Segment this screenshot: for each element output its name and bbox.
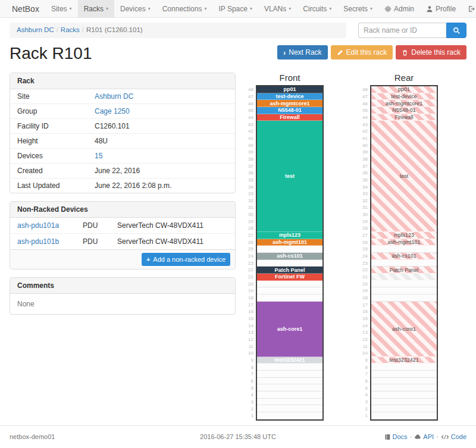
rack-unit-device[interactable]: N5548-01 [257,107,322,114]
unit-number-label: 26 [361,239,370,246]
device-link[interactable]: ash-pdu101b [17,237,59,246]
nav-item-label: Sites [51,0,67,18]
unit-number-label: 40 [361,142,370,149]
rack-unit-device[interactable]: Firewall [371,114,437,121]
rack-unit-device[interactable]: Firewall [257,114,322,121]
unit-number-label: 32 [246,198,256,205]
unit-number-label: 43 [361,121,370,128]
rack-unit-device[interactable]: ash-mgmtcore1 [371,100,437,107]
unit-number-label: 43 [246,121,256,128]
attribute-value-link[interactable]: Cage 1250 [95,107,130,115]
rack-unit-device[interactable]: Patch Panel [371,267,437,274]
device-link[interactable]: ash-pdu101a [17,221,59,230]
footer-link-docs[interactable]: Docs [384,433,408,440]
rack-unit-device[interactable]: ash-cs101 [257,253,322,260]
front-elevation: Front 4847464544434241403938373635343332… [246,73,324,421]
nav-item-racks[interactable]: Racks▾ [78,0,114,17]
chevron-down-icon: ▾ [204,0,206,18]
attribute-value: 15 [95,152,102,160]
nonracked-panel-title: Non-Racked Devices [10,202,235,218]
unit-number-label: 9 [246,357,256,364]
search-input[interactable] [358,23,446,38]
unit-number-label: 31 [361,204,370,211]
rack-unit-device[interactable]: ash-mgmtcore1 [257,100,322,107]
rack-unit-device[interactable]: Patch Panel [257,267,322,274]
nav-item-ip-space[interactable]: IP Space▾ [212,0,258,17]
rack-unit-device[interactable]: pp01 [257,86,322,93]
nav-item-vlans[interactable]: VLANs▾ [258,0,297,17]
rack-unit-device[interactable]: mpls123 [257,232,322,239]
unit-number-label: 2 [361,405,370,412]
unit-number-label: 8 [361,364,370,371]
chevron-down-icon: ▾ [106,0,108,18]
footer-link-api[interactable]: API [414,433,434,440]
nav-item-connections[interactable]: Connections▾ [156,0,213,17]
delete-rack-button[interactable]: Delete this rack [396,45,466,59]
table-row: Facility IDC1260.101 [10,118,235,133]
rack-unit-device[interactable]: test-device [257,93,322,101]
unit-number-label: 1 [361,412,370,419]
unit-number-label: 33 [246,190,256,198]
unit-number-label: 14 [361,322,370,329]
rack-unit-device[interactable]: test3232421 [371,357,437,364]
nav-item-label: Devices [120,0,146,18]
nav-item-devices[interactable]: Devices▾ [114,0,156,17]
rack-unit-device[interactable]: ash-mgmt101 [371,239,437,246]
rack-unit-device[interactable]: ash-cs101 [371,253,437,260]
unit-number-label: 37 [361,162,370,170]
rack-unit-device[interactable]: test [257,121,322,232]
footer-links: Docs·API·Code [384,433,466,440]
breadcrumb-item[interactable]: Racks [61,26,80,33]
nav-item-circuits[interactable]: Circuits▾ [297,0,337,17]
nav-item-admin[interactable]: Admin [378,0,420,17]
unit-number-label: 47 [361,93,370,101]
unit-number-label: 35 [361,177,370,184]
unit-number-label: 18 [246,295,256,302]
main-nav: Sites▾Racks▾Devices▾Connections▾IP Space… [45,0,378,17]
edit-rack-button[interactable]: Edit this rack [331,45,393,59]
attribute-label: Site [17,92,95,101]
nav-item-log-out[interactable]: Log out [462,0,476,17]
rack-unit-device[interactable]: ash-core1 [257,302,322,357]
unit-number-label: 23 [246,259,256,267]
nav-item-label: Circuits [303,0,327,18]
rack-unit-device[interactable]: Fortinet FW [257,274,322,281]
device-model-cell: ServerTech CW-48VDX411 [117,221,203,230]
attribute-label: Group [17,107,95,115]
rack-search [358,23,466,38]
footer-link-code[interactable]: Code [441,433,466,440]
rack-unit-device[interactable]: pp01 [371,86,437,93]
chevron-down-icon: ▾ [148,0,151,18]
rack-unit-device[interactable]: mpls123 [371,232,437,239]
nav-item-sites[interactable]: Sites▾ [45,0,78,17]
attribute-value: C1260.101 [95,122,130,130]
rack-unit-device[interactable]: test3232421 [257,357,322,364]
breadcrumb-item[interactable]: Ashburn DC [17,26,54,33]
rack-unit-empty [371,378,437,385]
unit-number-label: 25 [246,246,256,253]
nav-item-secrets[interactable]: Secrets▾ [337,0,378,17]
add-nonracked-device-button[interactable]: + Add a non-racked device [142,253,230,266]
unit-number-label: 36 [361,170,370,177]
search-button[interactable] [446,23,466,38]
netbox-brand[interactable]: NetBox [6,0,45,17]
unit-number-label: 34 [246,183,256,190]
rack-unit-empty [371,384,437,391]
unit-number-label: 44 [361,114,370,121]
edit-rack-label: Edit this rack [346,48,387,57]
next-rack-button[interactable]: › Next Rack [277,45,328,59]
logout-icon [468,5,475,12]
unit-number-label: 30 [246,211,256,218]
attribute-value-link[interactable]: Ashburn DC [95,92,133,101]
rack-unit-device[interactable]: ash-mgmt101 [257,239,322,246]
trash-icon [402,49,408,56]
rack-unit-device[interactable]: N5548-01 [371,107,437,114]
rack-unit-empty [257,384,322,391]
rack-elevations: Front 4847464544434241403938373635343332… [246,73,438,421]
rack-unit-device[interactable]: test-device [371,93,437,101]
nav-item-profile[interactable]: Profile [420,0,462,17]
attribute-value-link[interactable]: 15 [95,152,102,160]
rack-unit-device[interactable]: ash-core1 [371,302,437,357]
rack-unit-device[interactable]: test [371,121,437,232]
unit-number-label: 45 [246,107,256,114]
